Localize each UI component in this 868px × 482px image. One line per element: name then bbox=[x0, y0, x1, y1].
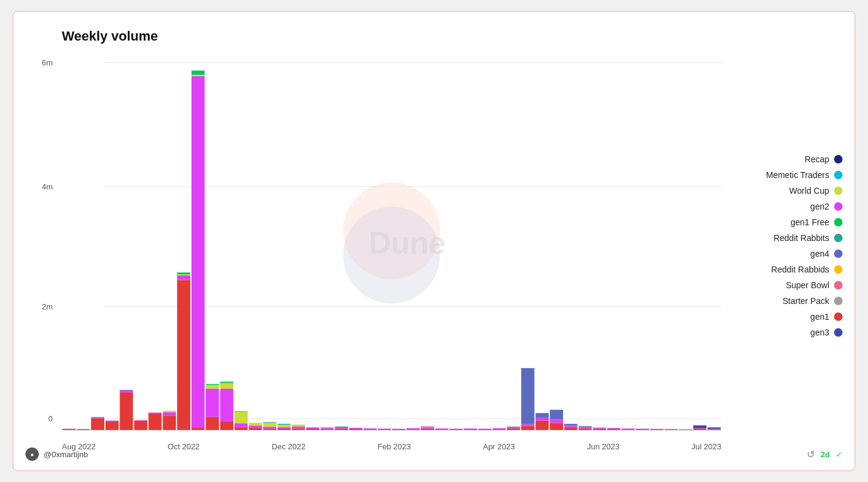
bar-segment bbox=[507, 427, 520, 428]
bar-segment bbox=[62, 429, 76, 430]
bar-segment bbox=[464, 428, 477, 429]
bar-segment bbox=[421, 428, 434, 429]
bar-segment bbox=[321, 428, 334, 428]
bar-segment bbox=[306, 429, 319, 430]
legend-label: gen3 bbox=[810, 328, 829, 337]
bar-segment bbox=[650, 429, 664, 430]
bar-segment bbox=[349, 429, 362, 430]
legend-label: gen2 bbox=[810, 202, 829, 211]
legend-item-reddit-rabbits: Reddit Rabbits bbox=[733, 233, 843, 243]
bar-segment bbox=[149, 412, 162, 414]
bar-segment bbox=[163, 412, 176, 416]
bar-segment bbox=[235, 412, 248, 423]
bar-segment bbox=[435, 428, 449, 429]
bar-segment bbox=[464, 429, 477, 430]
bar-segment bbox=[235, 411, 248, 412]
author-icon: ● bbox=[25, 447, 39, 461]
legend-dot bbox=[834, 297, 843, 305]
y-axis: 6m 4m 2m 0 bbox=[19, 55, 56, 430]
bar-segment bbox=[550, 419, 563, 423]
bar-segment bbox=[120, 391, 133, 392]
bar-segment bbox=[263, 427, 276, 429]
legend-item-gen2: gen2 bbox=[733, 202, 843, 211]
bar-segment bbox=[249, 423, 262, 426]
bar-segment bbox=[134, 421, 147, 430]
bar-segment bbox=[192, 71, 205, 72]
bar-segment bbox=[392, 429, 406, 429]
bar-segment bbox=[177, 280, 190, 430]
legend-label: Reddit Rabbids bbox=[771, 265, 829, 274]
bar-segment bbox=[378, 429, 391, 430]
bar-segment bbox=[621, 429, 635, 429]
bar-chart-svg bbox=[62, 55, 721, 430]
legend-dot bbox=[834, 171, 843, 179]
bar-segment bbox=[321, 429, 334, 430]
legend-dot bbox=[834, 202, 843, 211]
legend-item-recap: Recap bbox=[733, 154, 843, 164]
bar-segment bbox=[507, 428, 520, 430]
legend-label: Memetic Traders bbox=[766, 170, 829, 180]
legend-item-gen1-free: gen1 Free bbox=[733, 217, 843, 227]
bar-segment bbox=[278, 424, 291, 425]
bar-segment bbox=[607, 429, 621, 430]
bar-segment bbox=[77, 429, 90, 430]
bar-segment bbox=[564, 424, 578, 425]
bar-segment bbox=[550, 410, 563, 419]
bar-segment bbox=[192, 74, 205, 76]
bar-segment bbox=[378, 429, 391, 429]
legend-dot bbox=[834, 187, 843, 195]
legend-label: World Cup bbox=[789, 186, 829, 196]
bar-segment bbox=[163, 411, 176, 412]
bar-segment bbox=[249, 428, 262, 430]
legend-item-memetic-traders: Memetic Traders bbox=[733, 170, 843, 180]
bar-segment bbox=[335, 429, 348, 430]
legend-dot bbox=[834, 281, 843, 289]
bar-segment bbox=[349, 428, 362, 429]
bar-segment bbox=[235, 423, 248, 427]
legend-label: Recap bbox=[805, 154, 829, 164]
legend-dot bbox=[834, 155, 843, 163]
bar-segment bbox=[421, 426, 434, 428]
legend-label: gen1 Free bbox=[790, 217, 829, 227]
bar-segment bbox=[292, 424, 305, 426]
bar-segment bbox=[421, 429, 434, 430]
legend-label: gen1 bbox=[810, 312, 829, 322]
bar-segment bbox=[450, 429, 463, 429]
bar-segment bbox=[278, 424, 291, 427]
bar-segment bbox=[521, 426, 535, 430]
bar-segment bbox=[292, 426, 305, 428]
bar-segment bbox=[407, 429, 420, 430]
bar-segment bbox=[536, 418, 549, 421]
bar-segment bbox=[521, 424, 535, 426]
bar-segment bbox=[149, 414, 162, 430]
legend-item-gen4: gen4 bbox=[733, 249, 843, 259]
bar-segment bbox=[206, 417, 219, 430]
bar-segment bbox=[679, 429, 692, 430]
bar-segment bbox=[105, 421, 119, 430]
bar-segment bbox=[192, 72, 205, 75]
legend-label: Super Bowl bbox=[786, 280, 829, 290]
legend-label: Reddit Rabbits bbox=[773, 233, 829, 243]
bar-segment bbox=[564, 427, 578, 430]
bar-segment bbox=[220, 383, 233, 389]
bar-segment bbox=[105, 421, 119, 421]
footer-right: ↺ 2d ✓ bbox=[807, 449, 843, 460]
bar-segment bbox=[493, 429, 506, 430]
bar-segment bbox=[335, 427, 348, 429]
bar-segment bbox=[235, 427, 248, 430]
bar-segment bbox=[364, 429, 377, 430]
bar-segment bbox=[249, 426, 262, 428]
bar-segment bbox=[707, 428, 721, 429]
bar-segment bbox=[177, 276, 190, 280]
bar-segment bbox=[593, 429, 606, 430]
bar-segment bbox=[693, 425, 707, 428]
legend-label: gen4 bbox=[810, 249, 829, 259]
bar-segment bbox=[621, 429, 635, 430]
bar-segment bbox=[278, 427, 291, 429]
chart-area: Dune 6m 4m 2m 0 Aug 2022 Oct 2022 Dec 20… bbox=[62, 55, 843, 431]
bar-segment bbox=[177, 272, 190, 274]
legend-item-gen3: gen3 bbox=[733, 328, 843, 337]
refresh-icon[interactable]: ↺ bbox=[807, 449, 815, 460]
bar-segment bbox=[335, 426, 348, 427]
legend-item-reddit-rabbids: Reddit Rabbids bbox=[733, 265, 843, 274]
